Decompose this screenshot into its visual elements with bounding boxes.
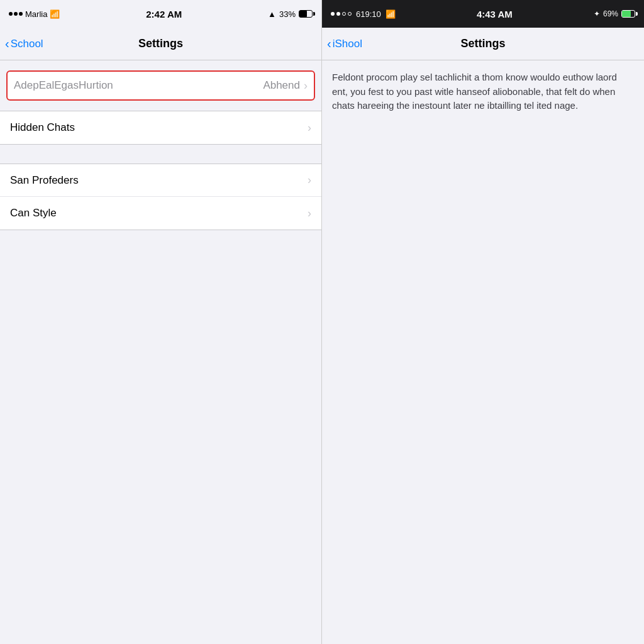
battery-percent-right: 69% — [603, 9, 618, 18]
phone-right: 619:10 📶 4:43 AM ✦ 69% ‹ iShool Settings… — [322, 0, 644, 644]
battery-icon-right — [621, 10, 635, 18]
status-bar-left: Marlia 📶 2:42 AM ▲ 33% — [0, 0, 321, 28]
san-profeders-label: San Profeders — [10, 174, 79, 187]
back-label-right: iShool — [333, 38, 362, 50]
status-left-right: 619:10 📶 — [331, 9, 396, 19]
nav-title-right: Settings — [460, 37, 505, 50]
table-row-can-style[interactable]: Can Style › — [0, 197, 321, 230]
description-text: Feldont procom play sel tachlichit a tho… — [332, 70, 634, 113]
carrier-left: Marlia 📶 — [9, 9, 60, 19]
highlighted-row-value: Abhend — [263, 79, 300, 92]
gap-3 — [0, 145, 321, 164]
back-label-left: School — [11, 38, 43, 50]
battery-icon-left — [299, 10, 313, 18]
hidden-chats-chevron: › — [308, 121, 311, 135]
battery-percent-left: 33% — [279, 9, 296, 19]
battery-fill-right — [622, 11, 631, 17]
signal-dot-r4 — [348, 12, 352, 16]
table-group-misc: San Profeders › Can Style › — [0, 164, 321, 230]
phone-left: Marlia 📶 2:42 AM ▲ 33% ‹ School Settings… — [0, 0, 322, 644]
chevron-left-icon: ‹ — [5, 36, 9, 51]
battery-fill-left — [299, 11, 307, 17]
nav-title-left: Settings — [138, 37, 183, 50]
time-left: 2:42 AM — [146, 9, 182, 19]
hidden-chats-label: Hidden Chats — [10, 121, 75, 134]
location-icon-left: ▲ — [268, 9, 276, 19]
gap-top-left — [0, 60, 321, 67]
can-style-label: Can Style — [10, 207, 57, 219]
wifi-icon-left: 📶 — [50, 9, 60, 19]
table-group-hidden: Hidden Chats › — [0, 111, 321, 145]
gap-2 — [0, 104, 321, 111]
content-left: AdepEalEgasHurtion Abhend › Hidden Chats… — [0, 60, 321, 644]
content-right: Feldont procom play sel tachlichit a tho… — [322, 60, 644, 644]
table-row-san-profeders[interactable]: San Profeders › — [0, 164, 321, 197]
nav-bar-left: ‹ School Settings — [0, 28, 321, 60]
status-bar-right: 619:10 📶 4:43 AM ✦ 69% — [322, 0, 644, 28]
signal-dot-r1 — [331, 12, 335, 16]
right-icons-left: ▲ 33% — [268, 9, 313, 19]
san-profeders-chevron: › — [308, 174, 311, 187]
carrier-name-right: 619:10 — [356, 9, 381, 19]
chevron-left-icon-right: ‹ — [327, 36, 331, 51]
signal-dot-3 — [19, 12, 23, 16]
bluetooth-icon: ✦ — [594, 9, 600, 18]
highlighted-row-right: Abhend › — [263, 79, 308, 92]
nav-bar-right: ‹ iShool Settings — [322, 28, 644, 60]
highlighted-row-chevron: › — [304, 79, 308, 92]
carrier-name-left: Marlia — [25, 9, 47, 19]
highlighted-row[interactable]: AdepEalEgasHurtion Abhend › — [6, 70, 315, 101]
signal-dot-2 — [14, 12, 18, 16]
signal-dots — [9, 12, 23, 16]
signal-dot-1 — [9, 12, 13, 16]
highlighted-row-label: AdepEalEgasHurtion — [14, 79, 113, 92]
back-button-right[interactable]: ‹ iShool — [327, 36, 362, 51]
wifi-icon-right: 📶 — [386, 9, 396, 19]
table-row-hidden-chats[interactable]: Hidden Chats › — [0, 111, 321, 144]
right-icons-right: ✦ 69% — [594, 9, 635, 18]
signal-dot-r3 — [342, 12, 346, 16]
signal-dot-r2 — [336, 12, 340, 16]
time-right: 4:43 AM — [477, 9, 513, 19]
can-style-chevron: › — [308, 207, 311, 220]
back-button-left[interactable]: ‹ School — [5, 36, 43, 51]
